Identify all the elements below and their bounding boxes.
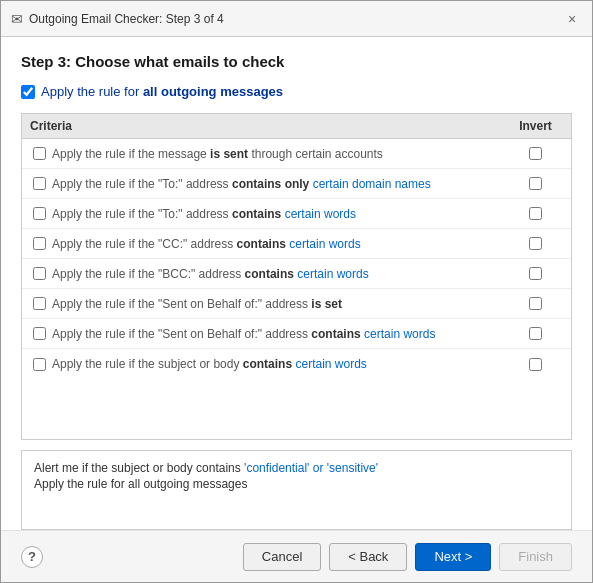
row-3-check[interactable] — [33, 207, 46, 220]
row-8-text: Apply the rule if the subject or body co… — [52, 357, 508, 371]
row-2-invert[interactable] — [529, 177, 542, 190]
row-3-invert[interactable] — [529, 207, 542, 220]
summary-box: Alert me if the subject or body contains… — [21, 450, 572, 530]
row-1-invert[interactable] — [529, 147, 542, 160]
finish-button[interactable]: Finish — [499, 543, 572, 571]
row-6-invert[interactable] — [529, 297, 542, 310]
table-row: Apply the rule if the "Sent on Behalf of… — [22, 289, 571, 319]
title-bar: ✉ Outgoing Email Checker: Step 3 of 4 × — [1, 1, 592, 37]
summary-line-1: Alert me if the subject or body contains… — [34, 461, 559, 475]
row-7-text: Apply the rule if the "Sent on Behalf of… — [52, 327, 508, 341]
row-7-invert[interactable] — [529, 327, 542, 340]
help-button[interactable]: ? — [21, 546, 43, 568]
table-body: Apply the rule if the message is sent th… — [22, 139, 571, 439]
row-6-text: Apply the rule if the "Sent on Behalf of… — [52, 297, 508, 311]
dialog-footer: ? Cancel < Back Next > Finish — [1, 530, 592, 582]
window-title: Outgoing Email Checker: Step 3 of 4 — [29, 12, 224, 26]
summary-line-2: Apply the rule for all outgoing messages — [34, 477, 559, 491]
row-2-check[interactable] — [33, 177, 46, 190]
table-header: Criteria Invert — [22, 114, 571, 139]
table-row: Apply the rule if the subject or body co… — [22, 349, 571, 379]
row-8-invert[interactable] — [529, 358, 542, 371]
row-7-check[interactable] — [33, 327, 46, 340]
criteria-table: Criteria Invert Apply the rule if the me… — [21, 113, 572, 440]
apply-all-label: Apply the rule for all outgoing messages — [41, 84, 283, 99]
table-row: Apply the rule if the "Sent on Behalf of… — [22, 319, 571, 349]
row-6-check[interactable] — [33, 297, 46, 310]
table-row: Apply the rule if the "To:" address cont… — [22, 199, 571, 229]
table-row: Apply the rule if the "To:" address cont… — [22, 169, 571, 199]
table-row: Apply the rule if the "CC:" address cont… — [22, 229, 571, 259]
dialog-window: ✉ Outgoing Email Checker: Step 3 of 4 × … — [0, 0, 593, 583]
col-criteria-header: Criteria — [30, 119, 508, 133]
apply-all-checkbox[interactable] — [21, 85, 35, 99]
row-3-text: Apply the rule if the "To:" address cont… — [52, 207, 508, 221]
row-5-invert[interactable] — [529, 267, 542, 280]
col-invert-header: Invert — [508, 119, 563, 133]
cancel-button[interactable]: Cancel — [243, 543, 321, 571]
step-title: Step 3: Choose what emails to check — [21, 53, 572, 70]
row-4-check[interactable] — [33, 237, 46, 250]
table-row: Apply the rule if the message is sent th… — [22, 139, 571, 169]
back-button[interactable]: < Back — [329, 543, 407, 571]
row-5-text: Apply the rule if the "BCC:" address con… — [52, 267, 508, 281]
row-1-text: Apply the rule if the message is sent th… — [52, 147, 508, 161]
apply-all-row: Apply the rule for all outgoing messages — [21, 84, 572, 99]
row-4-invert[interactable] — [529, 237, 542, 250]
row-8-check[interactable] — [33, 358, 46, 371]
table-row: Apply the rule if the "BCC:" address con… — [22, 259, 571, 289]
row-2-text: Apply the rule if the "To:" address cont… — [52, 177, 508, 191]
main-content: Step 3: Choose what emails to check Appl… — [1, 37, 592, 530]
email-checker-icon: ✉ — [11, 11, 23, 27]
row-5-check[interactable] — [33, 267, 46, 280]
next-button[interactable]: Next > — [415, 543, 491, 571]
close-button[interactable]: × — [562, 9, 582, 29]
row-1-check[interactable] — [33, 147, 46, 160]
row-4-text: Apply the rule if the "CC:" address cont… — [52, 237, 508, 251]
